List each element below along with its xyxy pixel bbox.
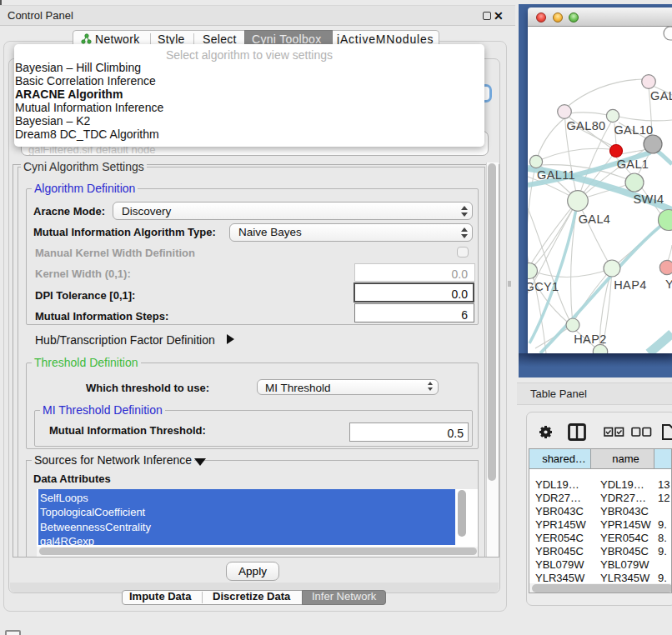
svg-text:GCY1: GCY1 (528, 280, 559, 293)
svg-text:GAL2: GAL2 (650, 89, 672, 102)
svg-text:HAP2: HAP2 (574, 332, 606, 346)
svg-text:GAL10: GAL10 (614, 123, 653, 137)
svg-text:GAL80: GAL80 (566, 119, 605, 132)
svg-text:HAP4: HAP4 (614, 278, 646, 292)
svg-text:GAL11: GAL11 (537, 168, 575, 182)
svg-text:SWI4: SWI4 (633, 192, 664, 206)
svg-text:Y: Y (665, 278, 672, 291)
svg-text:GAL1: GAL1 (617, 158, 649, 171)
svg-text:GAL4: GAL4 (579, 212, 611, 226)
